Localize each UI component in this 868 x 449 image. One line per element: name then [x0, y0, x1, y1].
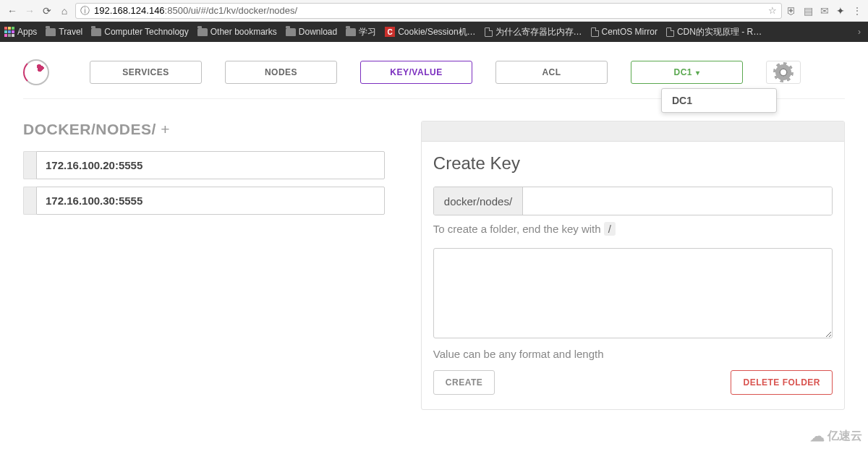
settings-button[interactable] — [766, 61, 801, 84]
kv-list-item[interactable]: 172.16.100.30:5555 — [23, 187, 385, 215]
panel-title: Create Key — [433, 153, 833, 174]
bookmarks-overflow-icon[interactable]: › — [855, 27, 864, 37]
panel-header-bar — [422, 121, 844, 142]
bookmark-page[interactable]: CDN的实现原理 - R… — [666, 26, 762, 38]
bookmark-page[interactable]: CCookie/Session机… — [385, 26, 475, 38]
bookmark-star-icon[interactable]: ☆ — [768, 5, 777, 16]
watermark: ☁ 亿速云 — [810, 427, 862, 439]
ext-icon-1[interactable]: ▤ — [804, 5, 813, 17]
kv-item-label[interactable]: 172.16.100.20:5555 — [36, 151, 385, 179]
kv-item-label[interactable]: 172.16.100.30:5555 — [36, 187, 385, 215]
value-textarea[interactable] — [433, 248, 833, 338]
url-text: 192.168.124.146:8500/ui/#/dc1/kv/docker/… — [94, 5, 764, 16]
bookmarks-bar: Apps Travel Computer Technology Other bo… — [0, 22, 868, 42]
address-bar[interactable]: ⓘ 192.168.124.146:8500/ui/#/dc1/kv/docke… — [75, 3, 782, 19]
key-helper-text: To create a folder, end the key with / — [433, 223, 833, 235]
folder-icon — [91, 28, 101, 36]
folder-icon — [286, 28, 296, 36]
folder-icon — [346, 28, 356, 36]
bookmark-folder[interactable]: Download — [286, 27, 337, 37]
watermark-text: 亿速云 — [827, 429, 862, 440]
apps-button[interactable]: Apps — [4, 27, 37, 37]
nav-nodes[interactable]: NODES — [225, 61, 337, 84]
gear-icon — [775, 64, 791, 80]
back-icon[interactable]: ← — [6, 5, 19, 17]
caret-down-icon: ▾ — [696, 69, 700, 77]
add-key-icon[interactable]: + — [161, 121, 170, 137]
apps-icon — [4, 27, 14, 37]
nav-keyvalue[interactable]: KEY/VALUE — [360, 61, 472, 84]
create-button[interactable]: CREATE — [433, 370, 495, 395]
browser-extensions: ⛨ ▤ ✉ ✦ ⋮ — [786, 5, 862, 17]
bookmark-folder[interactable]: Computer Technology — [91, 27, 189, 37]
cookie-icon: C — [385, 27, 395, 37]
page-icon — [666, 27, 674, 37]
top-nav: SERVICES NODES KEY/VALUE ACL DC1 ▾ DC1 — [23, 59, 845, 85]
forward-icon[interactable]: → — [23, 5, 36, 17]
breadcrumb: DOCKER/NODES/ + — [23, 121, 385, 138]
info-icon: ⓘ — [80, 4, 90, 17]
menu-icon[interactable]: ⋮ — [852, 5, 862, 17]
kv-item-marker — [23, 151, 36, 179]
nav-acl[interactable]: ACL — [495, 61, 608, 84]
page-icon — [485, 27, 493, 37]
bookmark-page[interactable]: 为什么寄存器比内存… — [485, 26, 582, 38]
bookmark-folder[interactable]: 学习 — [346, 26, 376, 38]
breadcrumb-path[interactable]: DOCKER/NODES/ — [23, 121, 156, 137]
ext-icon-3[interactable]: ✦ — [836, 5, 845, 17]
reload-icon[interactable]: ⟳ — [41, 5, 54, 17]
bookmark-folder[interactable]: Other bookmarks — [197, 27, 277, 37]
consul-logo[interactable] — [23, 59, 49, 85]
cloud-icon: ☁ — [810, 427, 825, 439]
dc-selector[interactable]: DC1 ▾ — [631, 61, 743, 84]
folder-icon — [46, 28, 56, 36]
bookmark-folder[interactable]: Travel — [46, 27, 82, 37]
bookmark-page[interactable]: CentOS Mirror — [591, 27, 658, 37]
home-icon[interactable]: ⌂ — [58, 5, 71, 17]
apps-label: Apps — [17, 27, 37, 37]
key-input[interactable] — [523, 187, 832, 215]
delete-folder-button[interactable]: DELETE FOLDER — [731, 370, 833, 395]
ext-icon-2[interactable]: ✉ — [820, 5, 829, 17]
kv-list-item[interactable]: 172.16.100.20:5555 — [23, 151, 385, 179]
folder-icon — [197, 28, 208, 36]
dc-label: DC1 — [673, 67, 692, 77]
shield-icon[interactable]: ⛨ — [786, 5, 796, 17]
slash-kbd: / — [604, 222, 616, 236]
kv-item-marker — [23, 187, 36, 215]
page-icon — [591, 27, 599, 37]
dc-dropdown[interactable]: DC1 — [661, 88, 777, 113]
key-input-row: docker/nodes/ — [433, 187, 833, 215]
nav-services[interactable]: SERVICES — [90, 61, 202, 84]
value-helper-text: Value can be any format and length — [433, 348, 833, 360]
create-key-panel: Create Key docker/nodes/ To create a fol… — [421, 121, 845, 410]
key-prefix-label: docker/nodes/ — [434, 187, 523, 215]
browser-toolbar: ← → ⟳ ⌂ ⓘ 192.168.124.146:8500/ui/#/dc1/… — [0, 0, 868, 22]
